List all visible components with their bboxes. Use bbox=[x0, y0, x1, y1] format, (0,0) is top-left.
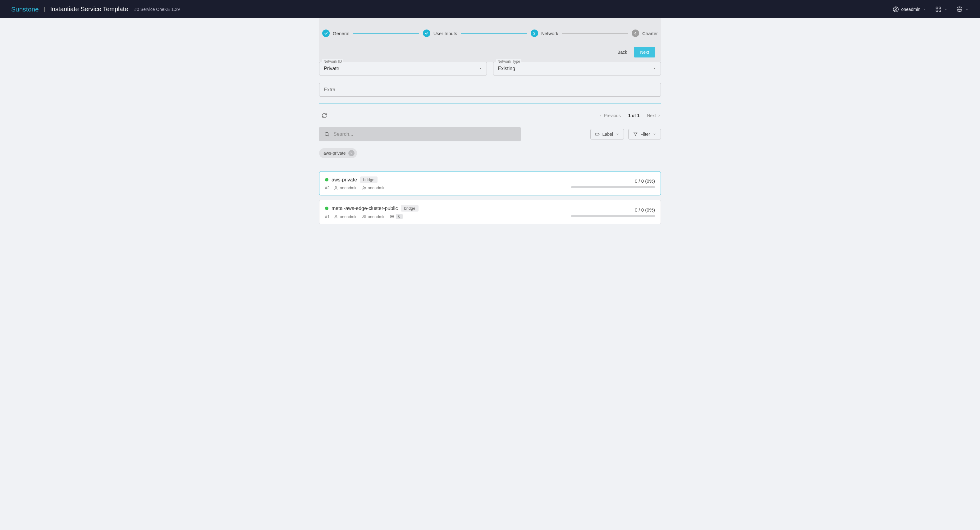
close-icon bbox=[350, 151, 353, 155]
network-list: aws-private bridge #2 oneadmin oneadmin bbox=[319, 171, 661, 224]
network-usage: 0 / 0 (0%) bbox=[635, 207, 655, 213]
user-icon bbox=[334, 214, 338, 219]
pager-previous[interactable]: Previous bbox=[599, 113, 620, 118]
network-card[interactable]: aws-private bridge #2 oneadmin oneadmin bbox=[319, 171, 661, 196]
label-text: Label bbox=[603, 132, 613, 137]
chip-remove[interactable] bbox=[348, 150, 355, 156]
user-icon bbox=[892, 6, 899, 13]
filter-text: Filter bbox=[640, 132, 650, 137]
refresh-button[interactable] bbox=[319, 110, 330, 121]
status-dot-icon bbox=[325, 178, 328, 181]
network-type-select[interactable]: Existing bbox=[493, 62, 661, 75]
search-icon bbox=[324, 131, 330, 137]
network-id-wrap: Network ID Private bbox=[319, 62, 487, 75]
page-subtitle: #0 Service OneKE 1.29 bbox=[134, 7, 180, 12]
network-card-right: 0 / 0 (0%) bbox=[571, 178, 655, 188]
step-label: Charter bbox=[642, 31, 658, 36]
main-container: General User Inputs 3 Network 4 Charter … bbox=[319, 18, 661, 224]
network-card-left: metal-aws-edge-cluster-public bridge #1 … bbox=[325, 205, 418, 219]
globe-icon bbox=[956, 6, 963, 13]
group-name: oneadmin bbox=[368, 214, 386, 219]
network-meta-row: #1 oneadmin oneadmin 0 bbox=[325, 214, 418, 219]
filter-button[interactable]: Filter bbox=[628, 129, 661, 140]
label-button[interactable]: Label bbox=[590, 129, 624, 140]
network-meta-row: #2 oneadmin oneadmin bbox=[325, 185, 386, 190]
svg-point-10 bbox=[364, 187, 366, 188]
svg-point-8 bbox=[335, 186, 337, 188]
refresh-icon bbox=[321, 113, 327, 118]
chip-row: aws-private bbox=[319, 148, 661, 158]
toolbar-row: Previous 1 of 1 Next bbox=[319, 110, 661, 121]
network-type-wrap: Network Type Existing bbox=[493, 62, 661, 75]
svg-rect-2 bbox=[936, 7, 938, 9]
stepper-box: General User Inputs 3 Network 4 Charter … bbox=[319, 18, 661, 62]
network-card-left: aws-private bridge #2 oneadmin oneadmin bbox=[325, 177, 386, 190]
grid-icon bbox=[935, 6, 942, 13]
separator bbox=[319, 103, 661, 103]
svg-rect-4 bbox=[936, 10, 938, 11]
svg-point-1 bbox=[895, 8, 896, 9]
network-card-right: 0 / 0 (0%) bbox=[571, 207, 655, 217]
apps-menu[interactable] bbox=[935, 6, 948, 13]
step-connector bbox=[461, 33, 527, 33]
brand[interactable]: Sunstone bbox=[11, 6, 39, 13]
user-icon bbox=[334, 186, 338, 190]
filter-icon bbox=[633, 132, 638, 137]
owner-name: oneadmin bbox=[340, 214, 357, 219]
chevron-down-icon bbox=[652, 132, 656, 136]
network-name: aws-private bbox=[331, 177, 357, 183]
search-input[interactable] bbox=[333, 131, 516, 137]
user-menu[interactable]: oneadmin bbox=[892, 6, 927, 13]
cluster-count: 0 bbox=[396, 214, 403, 219]
pager-next[interactable]: Next bbox=[647, 113, 661, 118]
stepper: General User Inputs 3 Network 4 Charter bbox=[322, 30, 658, 46]
divider: | bbox=[44, 6, 45, 13]
search-box[interactable] bbox=[319, 127, 521, 142]
svg-point-7 bbox=[325, 132, 328, 136]
topbar-left: Sunstone | Instantiate Service Template … bbox=[11, 6, 180, 13]
step-connector bbox=[353, 33, 419, 33]
step-connector bbox=[562, 33, 628, 33]
step-charter[interactable]: 4 Charter bbox=[632, 30, 658, 37]
step-user-inputs[interactable]: User Inputs bbox=[423, 30, 457, 37]
right-buttons: Label Filter bbox=[590, 129, 661, 140]
network-type-label: Network Type bbox=[496, 59, 521, 64]
pager-prev-label: Previous bbox=[604, 113, 620, 118]
stepper-actions: Back Next bbox=[322, 46, 658, 59]
next-button[interactable]: Next bbox=[634, 47, 655, 57]
pager-next-label: Next bbox=[647, 113, 656, 118]
usage-bar bbox=[571, 215, 655, 217]
check-icon bbox=[425, 31, 429, 35]
user-name: oneadmin bbox=[901, 7, 921, 12]
chevron-down-icon bbox=[616, 132, 619, 136]
chevron-right-icon bbox=[657, 114, 661, 118]
filter-chip: aws-private bbox=[319, 148, 357, 158]
step-circle: 4 bbox=[632, 30, 639, 37]
step-circle: 3 bbox=[531, 30, 538, 37]
svg-point-9 bbox=[363, 186, 364, 188]
chevron-down-icon bbox=[923, 8, 927, 11]
page-title: Instantiate Service Template bbox=[50, 6, 128, 13]
bridge-badge: bridge bbox=[401, 205, 418, 212]
network-id-select[interactable]: Private bbox=[319, 62, 487, 75]
usage-bar bbox=[571, 186, 655, 188]
zone-menu[interactable] bbox=[956, 6, 969, 13]
network-title-row: metal-aws-edge-cluster-public bridge bbox=[325, 205, 418, 212]
network-name: metal-aws-edge-cluster-public bbox=[331, 206, 398, 211]
back-button[interactable]: Back bbox=[616, 47, 628, 57]
chevron-down-icon bbox=[965, 8, 969, 11]
search-filter-row: Label Filter bbox=[319, 127, 661, 142]
step-network[interactable]: 3 Network bbox=[531, 30, 558, 37]
step-general[interactable]: General bbox=[322, 30, 349, 37]
svg-rect-5 bbox=[939, 10, 941, 11]
extra-input[interactable] bbox=[319, 83, 661, 97]
network-title-row: aws-private bridge bbox=[325, 177, 386, 183]
network-card[interactable]: metal-aws-edge-cluster-public bridge #1 … bbox=[319, 200, 661, 224]
status-dot-icon bbox=[325, 207, 328, 210]
owner-item: oneadmin bbox=[334, 214, 357, 219]
owner-item: oneadmin bbox=[334, 185, 357, 190]
pager: Previous 1 of 1 Next bbox=[599, 113, 661, 118]
network-usage: 0 / 0 (0%) bbox=[635, 178, 655, 184]
svg-rect-15 bbox=[390, 217, 394, 218]
extra-row bbox=[319, 83, 661, 97]
